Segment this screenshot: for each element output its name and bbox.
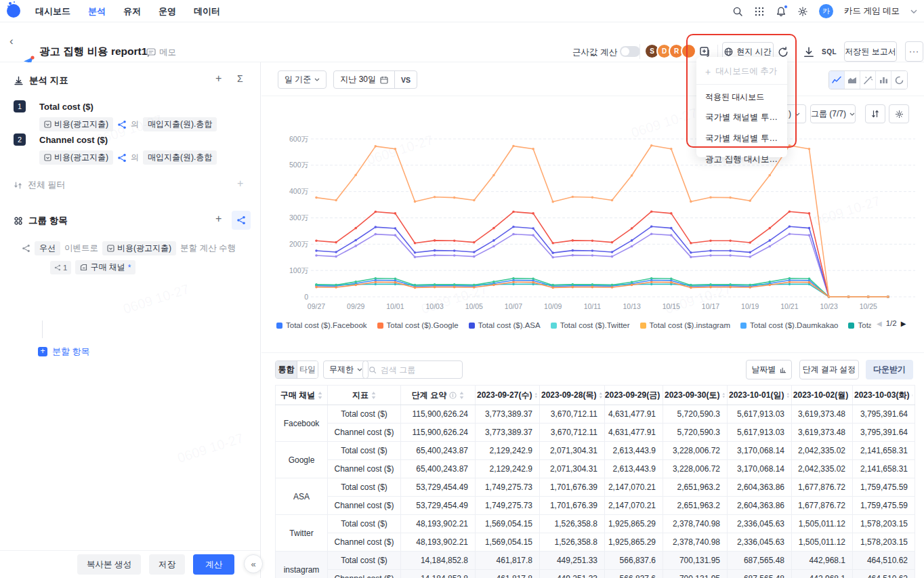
group-count-dropdown[interactable]: 그룹 (7/7)	[810, 104, 856, 123]
aggregation-tag[interactable]: 매입지출(원).총합	[143, 117, 217, 131]
legend-item[interactable]: Total cost ($).instagram	[640, 321, 731, 329]
sql-button[interactable]: SQL	[822, 48, 837, 56]
legend-item[interactable]: Total cost ($).Facebook	[276, 321, 367, 329]
dashboard-menu-item[interactable]: 광고 집행 대시보드-사본	[696, 149, 787, 170]
memo-button[interactable]: 메모	[146, 47, 176, 58]
workspace-avatar[interactable]: 카	[819, 4, 833, 18]
chevron-down-icon	[314, 78, 320, 81]
series-sort-button[interactable]	[865, 104, 885, 123]
line-chart-type-button[interactable]	[829, 71, 845, 89]
table-row[interactable]: Channel cost ($)53,729,454.491,749,275.7…	[276, 497, 915, 515]
table-row[interactable]: Channel cost ($)65,400,243.872,129,242.9…	[276, 460, 915, 478]
nav-operations[interactable]: 운영	[159, 0, 176, 22]
add-group-button[interactable]: +	[215, 213, 222, 225]
app-logo[interactable]	[7, 4, 20, 18]
legend-item[interactable]: Total cost ($).Daumkakao	[740, 321, 838, 329]
calculate-button[interactable]: 계산	[193, 554, 234, 575]
saved-reports-button[interactable]: 저장된 보고서	[844, 41, 897, 62]
nav-users[interactable]: 유저	[123, 0, 141, 22]
compare-vs-button[interactable]: VS	[395, 71, 417, 88]
table-column-header[interactable]: 2023-10-03(화)	[853, 386, 915, 405]
svg-text:09/27: 09/27	[308, 302, 325, 310]
dashboard-menu-item[interactable]: 국가별 채널별 투입 광고...	[696, 107, 787, 128]
split-icon[interactable]	[117, 153, 127, 163]
approx-calc-toggle[interactable]	[620, 46, 640, 57]
group-search-box[interactable]	[362, 360, 463, 379]
area-chart-type-button[interactable]	[845, 71, 860, 89]
table-row[interactable]: Channel cost ($)115,900,626.243,773,389.…	[276, 424, 915, 442]
by-date-button[interactable]: 날짜별	[746, 360, 792, 379]
add-to-dashboard-icon[interactable]	[699, 45, 711, 58]
granularity-dropdown[interactable]: 일 기준	[278, 70, 327, 89]
limit-dropdown[interactable]: 무제한	[323, 360, 369, 379]
collapse-sidebar-button[interactable]: «	[244, 554, 263, 573]
value-cell: 5,720,590.3	[663, 405, 728, 424]
event-tag[interactable]: 비용(광고지출)	[39, 117, 113, 131]
table-column-header[interactable]: 단계 요약	[401, 386, 476, 405]
view-tile-button[interactable]: 타일	[297, 361, 318, 378]
save-button[interactable]: 저장	[149, 554, 185, 575]
chart-settings-button[interactable]	[889, 104, 909, 123]
apps-grid-icon[interactable]	[754, 6, 765, 17]
workspace-name[interactable]: 카드 게임 데모	[844, 5, 900, 17]
search-input[interactable]	[381, 365, 448, 375]
split-toggle-button[interactable]	[232, 211, 251, 230]
legend-item[interactable]: Total cost ($).Twitter	[551, 321, 630, 329]
event-tag[interactable]: 비용(광고지출)	[39, 150, 113, 165]
table-column-header[interactable]: 2023-10-01(일)	[728, 386, 792, 405]
view-merged-button[interactable]: 통합	[276, 361, 297, 378]
add-to-dashboard-item[interactable]: + 대시보드에 추가	[696, 61, 787, 82]
split-field-tag[interactable]: 구매 채널*	[75, 260, 135, 274]
result-table-container[interactable]: 구매 채널지표단계 요약2023-09-27(수)2023-09-28(목)20…	[275, 385, 916, 578]
aggregation-tag[interactable]: 매입지출(원).총합	[143, 150, 217, 165]
add-metric-button[interactable]: +	[215, 73, 222, 85]
nav-data[interactable]: 데이터	[194, 0, 220, 22]
table-row[interactable]: GoogleTotal cost ($)65,400,243.872,129,2…	[276, 442, 915, 460]
avatar[interactable]	[681, 43, 696, 59]
sigma-button[interactable]: Σ	[237, 73, 243, 84]
table-row[interactable]: ASATotal cost ($)53,729,454.491,749,275.…	[276, 478, 915, 497]
back-button[interactable]: ‹	[9, 35, 14, 48]
legend-item[interactable]: Total cost ($).Google	[377, 321, 459, 329]
add-split-item-button[interactable]: + 분할 항목	[38, 346, 90, 358]
gear-icon[interactable]	[797, 6, 808, 17]
table-column-header[interactable]: 2023-09-30(토)	[663, 386, 728, 405]
dashboard-menu-item[interactable]: 국가별 채널별 투입 광고...	[696, 128, 787, 149]
table-column-header[interactable]: 2023-09-28(목)	[540, 386, 605, 405]
value-cell: 3,228,006.72	[663, 460, 728, 478]
table-row[interactable]: TwitterTotal cost ($)48,193,902.211,569,…	[276, 515, 915, 533]
legend-item[interactable]: Total cost ($).ASA	[469, 321, 541, 329]
table-column-header[interactable]: 지표	[328, 386, 401, 405]
download-icon[interactable]	[803, 46, 815, 58]
more-actions-button[interactable]: ···	[905, 41, 923, 62]
step-result-settings-button[interactable]: 단계 결과 설정	[799, 360, 859, 379]
table-row[interactable]: Channel cost ($)48,193,902.211,569,054.1…	[276, 533, 915, 552]
split-icon[interactable]	[117, 120, 127, 129]
nav-dashboard[interactable]: 대시보드	[35, 0, 70, 22]
nav-analysis[interactable]: 분석	[88, 0, 106, 22]
event-tag[interactable]: 비용(광고지출)	[102, 241, 176, 255]
legend-prev-icon[interactable]: ◀	[877, 320, 882, 327]
line-chart[interactable]: 0100万200万300万400万500万600万09/2709/2910/01…	[280, 127, 920, 316]
table-row[interactable]: instagramTotal cost ($)14,184,852.8461,8…	[276, 552, 915, 570]
metric-name[interactable]: Channel cost ($)	[39, 135, 108, 145]
add-filter-button[interactable]: +	[237, 178, 243, 190]
table-column-header[interactable]: 2023-09-29(금)	[605, 386, 663, 405]
pie-chart-type-button[interactable]	[891, 71, 907, 89]
table-row[interactable]: FacebookTotal cost ($)115,900,626.243,77…	[276, 405, 915, 424]
table-row[interactable]: Channel cost ($)14,184,852.8461,817.8449…	[276, 570, 915, 578]
download-table-button[interactable]: 다운받기	[866, 360, 913, 379]
duplicate-button[interactable]: 복사본 생성	[77, 554, 141, 575]
search-icon[interactable]	[732, 6, 743, 17]
legend-next-icon[interactable]: ▶	[901, 320, 906, 327]
bell-icon[interactable]	[776, 6, 786, 17]
metric-name[interactable]: Total cost ($)	[39, 102, 93, 112]
magic-wand-type-button[interactable]	[860, 71, 876, 89]
table-column-header[interactable]: 2023-09-27(수)	[476, 386, 540, 405]
date-range-button[interactable]: 지난 30일	[334, 71, 394, 88]
legend-item[interactable]: Total cost ($).Network_6	[848, 321, 871, 329]
table-column-header[interactable]: 구매 채널	[276, 386, 328, 405]
table-column-header[interactable]: 2023-10-02(월)	[792, 386, 853, 405]
priority-tag[interactable]: 우선	[35, 241, 60, 255]
bar-chart-type-button[interactable]	[876, 71, 891, 89]
